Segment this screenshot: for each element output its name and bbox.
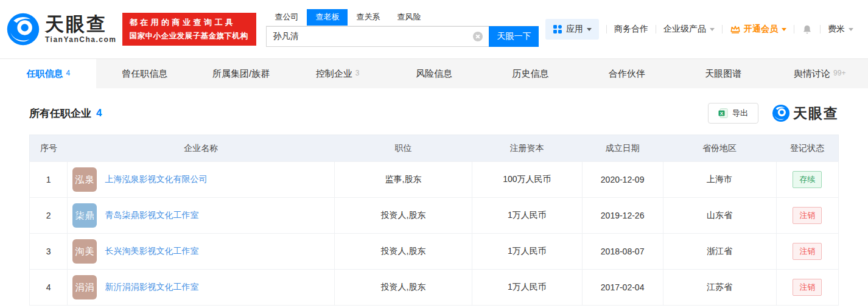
- col-index: 序号: [30, 135, 68, 162]
- tab-history-info[interactable]: 历史信息: [482, 59, 578, 88]
- table-row: 1 泓泉 上海泓泉影视文化有限公司 监事,股东 100万人民币 2020-12-…: [30, 162, 839, 198]
- table-header-row: 序号 企业名称 职位 注册资本 成立日期 省份地区 登记状态: [30, 135, 839, 162]
- tab-partners[interactable]: 合作伙伴: [579, 59, 675, 88]
- open-vip-button[interactable]: 开通会员: [730, 24, 786, 35]
- table-row: 4 涓涓 新沂涓涓影视文化工作室 投资人,股东 1万人民币 2017-02-04…: [30, 270, 839, 306]
- col-date: 成立日期: [582, 135, 663, 162]
- capital-cell: 1万人民币: [472, 270, 582, 306]
- header-menu: 应用 商务合作 企业级产品 开通会员 费米: [545, 19, 853, 40]
- apps-label: 应用: [566, 24, 583, 35]
- tab-positions[interactable]: 任职信息4: [0, 59, 96, 88]
- crown-icon: [730, 24, 741, 34]
- tab-count: 4: [66, 69, 70, 77]
- search-block: 查公司 查老板 查关系 查风险 天眼一下: [266, 9, 539, 47]
- search-button[interactable]: 天眼一下: [489, 26, 539, 47]
- export-button[interactable]: X 导出: [708, 103, 758, 124]
- notification-bell-button[interactable]: [802, 24, 813, 35]
- chevron-down-icon: [849, 28, 853, 31]
- tianyancha-logo[interactable]: 天眼查 TianYanCha.com: [6, 12, 116, 46]
- top-header: 天眼查 TianYanCha.com 都在用的商业查询工具 国家中小企业发展子基…: [0, 0, 868, 58]
- table-row: 3 洵美 长兴洵美影视文化工作室 投资人,股东 1万人民币 2018-08-07…: [30, 234, 839, 270]
- bell-icon: [802, 24, 813, 35]
- tab-former-positions[interactable]: 曾任职信息: [96, 59, 192, 88]
- region-cell: 上海市: [663, 162, 776, 198]
- tianyancha-swirl-icon: [6, 12, 40, 46]
- username: 费米: [828, 24, 845, 35]
- app-grid-icon: [553, 24, 562, 34]
- company-avatar: 泓泉: [72, 167, 97, 192]
- divider: [656, 25, 656, 33]
- date-cell: 2018-08-07: [582, 234, 663, 270]
- section-title: 所有任职企业: [29, 107, 91, 121]
- status-badge: 注销: [793, 279, 822, 296]
- main-content: 所有任职企业 4 X 导出 天眼查: [0, 103, 868, 306]
- chevron-down-icon: [587, 28, 592, 31]
- status-badge: 注销: [793, 243, 822, 260]
- apps-dropdown[interactable]: 应用: [545, 19, 599, 40]
- row-index: 1: [30, 162, 68, 198]
- search-input[interactable]: [266, 26, 489, 47]
- company-avatar: 洵美: [72, 239, 97, 264]
- position-cell: 投资人,股东: [335, 234, 472, 270]
- tab-count: 3: [355, 69, 360, 77]
- col-status: 登记状态: [776, 135, 838, 162]
- banner-line2: 国家中小企业发展子基金旗下机构: [129, 31, 250, 41]
- chevron-down-icon: [782, 28, 786, 31]
- col-position: 职位: [335, 135, 472, 162]
- menu-business-cooperation[interactable]: 商务合作: [614, 24, 648, 35]
- excel-icon: X: [718, 108, 728, 118]
- position-cell: 投资人,股东: [335, 270, 472, 306]
- positions-table: 序号 企业名称 职位 注册资本 成立日期 省份地区 登记状态 1 泓泉 上海泓泉…: [29, 135, 839, 306]
- region-cell: 江苏省: [663, 270, 776, 306]
- brand-slogan-banner: 都在用的商业查询工具 国家中小企业发展子基金旗下机构: [122, 13, 256, 46]
- row-index: 3: [30, 234, 68, 270]
- tianyancha-swirl-icon: [772, 104, 790, 122]
- svg-text:X: X: [720, 111, 724, 116]
- watermark-text: 天眼查: [793, 104, 839, 123]
- tab-public-opinion[interactable]: 舆情讨论99+: [772, 59, 868, 88]
- region-cell: 山东省: [663, 198, 776, 234]
- capital-cell: 100万人民币: [472, 162, 582, 198]
- search-tab-boss[interactable]: 查老板: [307, 9, 348, 26]
- search-tab-risk[interactable]: 查风险: [388, 9, 429, 26]
- user-account-dropdown[interactable]: 费米: [828, 24, 853, 35]
- divider: [794, 25, 794, 33]
- table-row: 2 柒鼎 青岛柒鼎影视文化工作室 投资人,股东 1万人民币 2019-12-26…: [30, 198, 839, 234]
- company-link[interactable]: 青岛柒鼎影视文化工作室: [105, 210, 198, 221]
- row-index: 2: [30, 198, 68, 234]
- tab-risk-info[interactable]: 风险信息: [386, 59, 482, 88]
- search-tabs: 查公司 查老板 查关系 查风险: [266, 9, 539, 26]
- capital-cell: 1万人民币: [472, 234, 582, 270]
- tab-graph[interactable]: 天眼图谱: [675, 59, 771, 88]
- position-cell: 投资人,股东: [335, 198, 472, 234]
- divider: [722, 25, 723, 33]
- tab-controlled-companies[interactable]: 控制企业3: [289, 59, 385, 88]
- status-badge: 注销: [793, 207, 822, 224]
- company-avatar: 柒鼎: [72, 203, 97, 228]
- region-cell: 浙江省: [663, 234, 776, 270]
- search-tab-company[interactable]: 查公司: [266, 9, 307, 26]
- date-cell: 2017-02-04: [582, 270, 663, 306]
- logo-title: 天眼查: [45, 15, 116, 33]
- divider: [820, 25, 821, 33]
- status-badge: 存续: [793, 171, 822, 188]
- position-cell: 监事,股东: [335, 162, 472, 198]
- divider: [606, 25, 607, 33]
- banner-line1: 都在用的商业查询工具: [129, 17, 250, 28]
- profile-nav-tabs: 任职信息4 曾任职信息 所属集团/族群 控制企业3 风险信息 历史信息 合作伙伴…: [0, 58, 868, 88]
- menu-enterprise-products[interactable]: 企业级产品: [663, 24, 715, 35]
- col-region: 省份地区: [663, 135, 776, 162]
- company-link[interactable]: 新沂涓涓影视文化工作室: [105, 282, 198, 293]
- tab-count: 99+: [833, 69, 845, 77]
- capital-cell: 1万人民币: [472, 198, 582, 234]
- chevron-down-icon: [710, 28, 715, 31]
- company-avatar: 涓涓: [72, 275, 97, 299]
- company-link[interactable]: 长兴洵美影视文化工作室: [105, 246, 198, 257]
- tab-group-cluster[interactable]: 所属集团/族群: [193, 59, 289, 88]
- tianyancha-watermark-logo: 天眼查: [772, 104, 839, 123]
- logo-subtitle: TianYanCha.com: [45, 35, 116, 44]
- company-link[interactable]: 上海泓泉影视文化有限公司: [105, 174, 207, 185]
- date-cell: 2019-12-26: [582, 198, 663, 234]
- section-count: 4: [96, 107, 102, 119]
- search-tab-relation[interactable]: 查关系: [348, 9, 388, 26]
